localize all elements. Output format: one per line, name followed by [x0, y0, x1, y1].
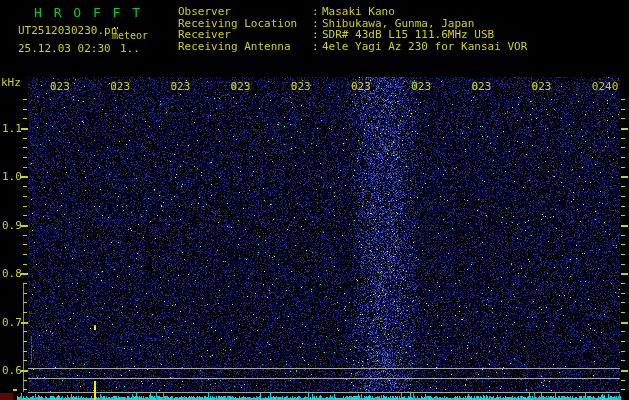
- freq-major-tick: [621, 370, 628, 372]
- station-field-value: 4ele Yagi Az 230 for Kansai VOR: [322, 40, 527, 53]
- freq-major-tick: [621, 128, 628, 130]
- freq-minor-tick: [621, 293, 625, 294]
- freq-minor-tick: [621, 389, 625, 390]
- counter-label: 1..: [120, 42, 140, 55]
- freq-major-tick: [621, 322, 628, 324]
- freq-minor-tick: [23, 264, 27, 265]
- freq-minor-tick: [621, 312, 625, 313]
- freq-minor-tick: [23, 360, 27, 361]
- mode-label: meteor: [112, 30, 148, 41]
- freq-minor-tick: [23, 331, 27, 332]
- freq-major-tick: [621, 225, 628, 227]
- freq-unit-label: kHz: [1, 76, 21, 89]
- freq-minor-tick: [621, 196, 625, 197]
- datetime-label: 25.12.03 02:30: [18, 42, 111, 55]
- freq-minor-tick: [621, 109, 625, 110]
- freq-minor-tick: [621, 283, 625, 284]
- freq-tick-label: 1.1: [2, 122, 22, 135]
- freq-tick-label: 0.9: [2, 219, 22, 232]
- freq-minor-tick: [23, 196, 27, 197]
- freq-major-tick: [21, 176, 28, 178]
- freq-minor-tick: [23, 380, 27, 381]
- colon: :: [312, 40, 322, 53]
- freq-minor-tick: [621, 360, 625, 361]
- freq-minor-tick: [621, 147, 625, 148]
- app-title: H R O F F T: [34, 5, 142, 20]
- station-info-row: Receiving Antenna:4ele Yagi Az 230 for K…: [178, 40, 527, 53]
- freq-minor-tick: [621, 206, 625, 207]
- filename-label: UT2512030230.pn: [18, 24, 117, 37]
- freq-major-tick: [21, 225, 28, 227]
- freq-major-tick: [21, 322, 28, 324]
- freq-major-tick: [21, 370, 28, 372]
- freq-tick-label: 0.6: [2, 364, 22, 377]
- freq-minor-tick: [621, 351, 625, 352]
- station-field-label: Receiving Antenna: [178, 40, 312, 53]
- freq-minor-tick: [23, 389, 27, 390]
- freq-minor-tick: [621, 167, 625, 168]
- freq-major-tick: [621, 273, 628, 275]
- freq-tick-label: 0.7: [2, 316, 22, 329]
- freq-minor-tick: [621, 331, 625, 332]
- freq-minor-tick: [23, 215, 27, 216]
- freq-minor-tick: [621, 215, 625, 216]
- freq-minor-tick: [621, 264, 625, 265]
- freq-major-tick: [21, 273, 28, 275]
- freq-minor-tick: [23, 99, 27, 100]
- freq-minor-tick: [621, 244, 625, 245]
- freq-major-tick: [621, 176, 628, 178]
- freq-minor-tick: [23, 283, 27, 284]
- freq-minor-tick: [23, 167, 27, 168]
- freq-minor-tick: [621, 341, 625, 342]
- freq-minor-tick: [23, 293, 27, 294]
- freq-minor-tick: [23, 302, 27, 303]
- freq-tick-label: 0.8: [2, 267, 22, 280]
- freq-minor-tick: [23, 244, 27, 245]
- freq-minor-tick: [621, 157, 625, 158]
- time-tick-label: 0240: [592, 80, 619, 93]
- spectrogram-canvas: [0, 0, 629, 400]
- freq-minor-tick: [23, 235, 27, 236]
- freq-minor-tick: [621, 118, 625, 119]
- freq-minor-tick: [23, 118, 27, 119]
- freq-minor-tick: [23, 254, 27, 255]
- freq-minor-tick: [23, 351, 27, 352]
- hrofft-output: H R O F F T UT2512030230.pn meteor 25.12…: [0, 0, 629, 400]
- freq-minor-tick: [23, 147, 27, 148]
- freq-tick-label: 1.0: [2, 170, 22, 183]
- freq-minor-tick: [621, 235, 625, 236]
- freq-minor-tick: [621, 380, 625, 381]
- freq-minor-tick: [23, 341, 27, 342]
- freq-minor-tick: [23, 138, 27, 139]
- freq-minor-tick: [23, 186, 27, 187]
- freq-minor-tick: [621, 254, 625, 255]
- freq-major-tick: [21, 128, 28, 130]
- freq-minor-tick: [621, 186, 625, 187]
- freq-minor-tick: [23, 312, 27, 313]
- freq-minor-tick: [23, 206, 27, 207]
- freq-minor-tick: [621, 302, 625, 303]
- freq-minor-tick: [23, 157, 27, 158]
- freq-minor-tick: [621, 99, 625, 100]
- freq-minor-tick: [621, 138, 625, 139]
- freq-minor-tick: [23, 109, 27, 110]
